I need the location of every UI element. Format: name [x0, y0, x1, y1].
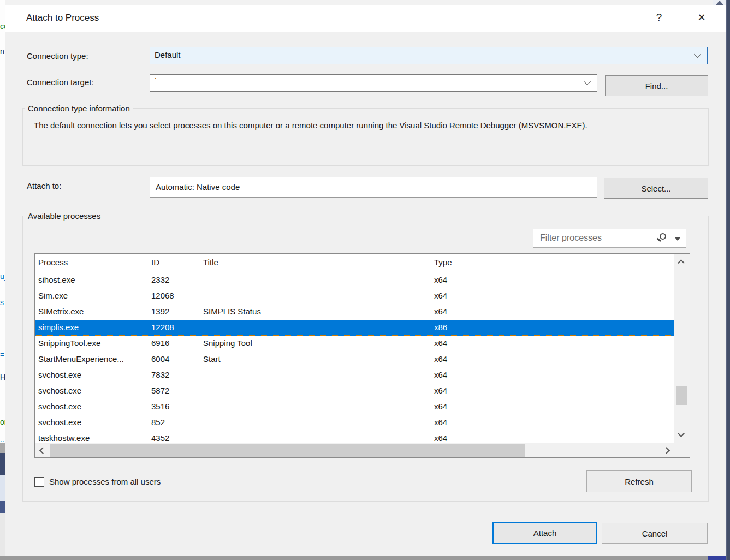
process-title — [198, 320, 428, 336]
background-bottom-accent — [708, 556, 726, 560]
process-table: ProcessIDTitleType sihost.exe2332x64Sim.… — [34, 253, 690, 458]
attach-to-value: Automatic: Native code — [156, 182, 240, 192]
chevron-down-icon — [694, 51, 701, 58]
background-bottom-strip — [0, 556, 726, 560]
process-table-header[interactable]: ProcessIDTitleType — [35, 254, 674, 272]
process-id: 3516 — [144, 399, 198, 415]
process-title — [198, 367, 428, 383]
column-header-title[interactable]: Title — [198, 254, 428, 272]
show-all-users-label: Show processes from all users — [49, 477, 161, 486]
process-row-simetrix-exe[interactable]: SIMetrix.exe1392SIMPLIS Statusx64 — [35, 304, 674, 320]
background-text-fragment: co — [0, 22, 5, 31]
attach-button[interactable]: Attach — [492, 522, 597, 544]
process-row-svchost-exe[interactable]: svchost.exe852x64 — [35, 415, 674, 431]
process-name: SnippingTool.exe — [35, 336, 144, 352]
column-header-process[interactable]: Process — [35, 254, 144, 272]
process-row-svchost-exe[interactable]: svchost.exe5872x64 — [35, 383, 674, 399]
available-processes-group-label: Available processes — [25, 211, 103, 221]
select-button[interactable]: Select... — [604, 178, 708, 199]
process-id: 1392 — [144, 304, 198, 320]
scroll-right-icon[interactable] — [663, 447, 670, 454]
process-type: x64 — [428, 304, 674, 320]
process-title: Start — [198, 352, 428, 367]
background-band — [0, 475, 5, 501]
process-name: taskhostw.exe — [35, 431, 144, 444]
attach-to-label: Attach to: — [27, 181, 61, 190]
process-id: 12208 — [144, 320, 198, 336]
background-band — [0, 443, 5, 453]
process-row-startmenuexperience-[interactable]: StartMenuExperience...6004Startx64 — [35, 352, 674, 367]
scroll-up-arrow-icon — [716, 1, 723, 5]
process-name: Sim.exe — [35, 288, 144, 304]
show-all-users-checkbox[interactable] — [34, 477, 44, 487]
process-id: 852 — [144, 415, 198, 431]
process-type: x64 — [428, 336, 674, 352]
background-text-fragment: .. — [0, 435, 4, 444]
cancel-button[interactable]: Cancel — [602, 523, 708, 544]
screenshot-root: con (u]s=HAor.. Attach to Process ? ✕ Co… — [0, 0, 730, 560]
background-scrollbar-top — [713, 0, 726, 5]
search-icon[interactable] — [660, 233, 666, 240]
horizontal-scrollbar[interactable] — [35, 443, 675, 458]
process-title: SIMPLIS Status — [198, 304, 428, 320]
connection-info-group-label: Connection type information — [25, 104, 133, 113]
vertical-scrollbar[interactable] — [674, 254, 690, 443]
process-type: x64 — [428, 415, 674, 431]
refresh-button[interactable]: Refresh — [586, 470, 692, 492]
help-button[interactable]: ? — [650, 11, 668, 27]
filter-processes-input[interactable] — [539, 231, 643, 245]
process-row-svchost-exe[interactable]: svchost.exe3516x64 — [35, 399, 674, 415]
process-row-sim-exe[interactable]: Sim.exe12068x64 — [35, 288, 674, 304]
process-id: 6004 — [144, 352, 198, 367]
close-button[interactable]: ✕ — [692, 11, 711, 27]
background-text-fragment: HA — [0, 373, 5, 382]
find-button[interactable]: Find... — [605, 75, 708, 96]
process-type: x64 — [428, 272, 674, 288]
background-text-fragment: = — [0, 350, 4, 359]
process-type: x64 — [428, 399, 674, 415]
process-type: x64 — [428, 367, 674, 383]
process-type: x64 — [428, 288, 674, 304]
process-title — [198, 383, 428, 399]
process-type: x86 — [428, 320, 674, 336]
process-name: svchost.exe — [35, 415, 144, 431]
connection-info-text: The default connection lets you select p… — [34, 118, 656, 132]
process-name: StartMenuExperience... — [35, 352, 144, 367]
process-row-svchost-exe[interactable]: svchost.exe7832x64 — [35, 367, 674, 383]
process-title — [198, 288, 428, 304]
background-top-strip — [5, 0, 713, 5]
attach-to-field[interactable]: Automatic: Native code — [150, 177, 597, 198]
connection-target-combobox[interactable] — [150, 74, 597, 92]
vertical-scrollbar-thumb[interactable] — [676, 386, 687, 405]
background-text-fragment: n ( — [0, 47, 5, 56]
background-scrollbar-strip — [726, 0, 730, 560]
process-row-simplis-exe[interactable]: simplis.exe12208x86 — [35, 320, 674, 336]
horizontal-scrollbar-thumb[interactable] — [50, 444, 525, 457]
process-type: x64 — [428, 383, 674, 399]
process-title — [198, 431, 428, 444]
process-row-sihost-exe[interactable]: sihost.exe2332x64 — [35, 272, 674, 288]
process-row-taskhostw-exe[interactable]: taskhostw.exe4352x64 — [35, 431, 674, 444]
background-text-fragment: s — [0, 298, 4, 307]
process-row-snippingtool-exe[interactable]: SnippingTool.exe6916Snipping Toolx64 — [35, 336, 674, 352]
chevron-down-icon — [584, 78, 591, 85]
connection-type-combobox[interactable]: Default — [150, 47, 708, 64]
process-title: Snipping Tool — [198, 336, 428, 352]
process-name: sihost.exe — [35, 272, 144, 288]
process-id: 2332 — [144, 272, 198, 288]
scroll-left-icon[interactable] — [39, 447, 46, 454]
scroll-down-icon[interactable] — [678, 430, 685, 437]
process-id: 6916 — [144, 336, 198, 352]
scroll-up-icon[interactable] — [678, 259, 685, 266]
scrollbar-corner — [674, 443, 690, 458]
connection-target-label: Connection target: — [27, 78, 94, 87]
filter-processes-box — [533, 229, 686, 248]
column-header-id[interactable]: ID — [144, 254, 198, 272]
process-title — [198, 272, 428, 288]
filter-dropdown-icon[interactable] — [675, 237, 680, 241]
column-header-type[interactable]: Type — [428, 254, 674, 272]
attach-to-process-dialog: Attach to Process ? ✕ Connection type: D… — [5, 5, 726, 556]
text-caret — [155, 78, 156, 79]
process-id: 12068 — [144, 288, 198, 304]
connection-info-group — [22, 108, 709, 166]
